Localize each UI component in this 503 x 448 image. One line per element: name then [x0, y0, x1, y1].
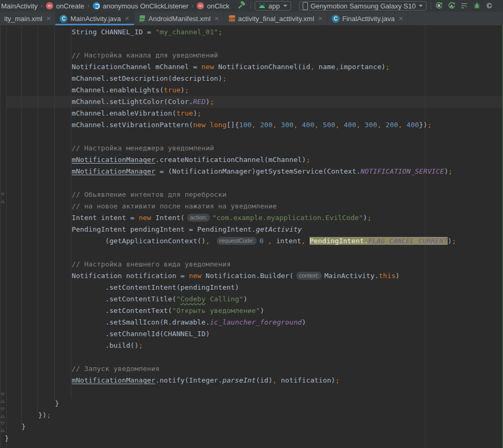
breadcrumb-item[interactable]: anonymous OnClickListener [93, 2, 189, 10]
code-line[interactable]: // Запуск уведомления [5, 363, 456, 375]
code-line[interactable]: .setContentIntent(pendingIntent) [5, 282, 456, 293]
anonymous-class-icon [93, 2, 100, 9]
code-line[interactable] [5, 38, 456, 50]
toolbar-actions: A [435, 2, 494, 9]
close-icon[interactable]: ✕ [318, 15, 323, 22]
tab-label: MainActivity.java [70, 15, 121, 23]
parameter-hint: context: [296, 272, 322, 280]
method-icon: m [46, 2, 53, 9]
code-line[interactable]: mNotificationManager.notify(Integer.pars… [5, 375, 456, 386]
code-line[interactable]: mNotificationManager = (NotificationMana… [5, 166, 456, 177]
code-lines[interactable]: String CHANNEL_ID = "my_channel_01"; // … [5, 26, 456, 444]
profiler-button[interactable] [486, 2, 494, 9]
code-line[interactable]: (getApplicationContext(), requestCode:0 … [5, 235, 456, 247]
indent-guide [1, 25, 1, 448]
parameter-hint: action: [187, 214, 209, 222]
code-line[interactable] [5, 247, 456, 259]
code-line[interactable]: } [5, 421, 456, 433]
device-label: Genymotion Samsung Galaxy S10 [311, 2, 415, 10]
close-icon[interactable]: ✕ [124, 15, 129, 22]
fold-marker-icon[interactable] [0, 421, 5, 433]
breadcrumb-item[interactable]: monClick [197, 2, 229, 10]
tab-label: activity_final_acttivity.xml [238, 15, 314, 23]
parameter-hint: requestCode: [217, 237, 257, 245]
close-icon[interactable]: ✕ [214, 15, 219, 22]
code-line[interactable]: PendingIntent pendingIntent = PendingInt… [5, 224, 456, 235]
debug-button[interactable] [473, 2, 481, 9]
close-icon[interactable]: ✕ [46, 15, 51, 22]
tab-label: FinalActtivity.java [342, 15, 394, 23]
fold-marker-icon[interactable] [0, 192, 5, 204]
toolbar-separator [431, 2, 431, 9]
code-line[interactable]: // Обьявление интентов для переброски [5, 189, 456, 201]
tab-label: AndroidManifest.xml [149, 15, 211, 23]
code-line[interactable]: // Настройка канала для уведомлений [5, 50, 456, 61]
code-line[interactable] [5, 177, 456, 189]
code-line[interactable]: }); [5, 409, 456, 421]
breadcrumb-label: anonymous OnClickListener [103, 2, 189, 10]
run-config-select[interactable]: app [255, 1, 291, 11]
code-line[interactable]: Intent intent = new Intent(action:"com.e… [5, 212, 456, 224]
apply-changes-restart-button[interactable] [435, 2, 443, 9]
breadcrumb-chevron-icon: › [88, 2, 90, 9]
device-select[interactable]: Genymotion Samsung Galaxy S10 [299, 1, 427, 11]
code-line[interactable]: NotificationChannel mChannel = new Notif… [5, 61, 456, 73]
breadcrumb-label: onClick [207, 2, 229, 10]
breadcrumb-label: onCreate [56, 2, 84, 10]
profile-lines-icon [460, 2, 468, 9]
tab-finalacttivity-java[interactable]: CFinalActtivity.java✕ [327, 12, 408, 25]
code-line[interactable]: .setSmallIcon(R.drawable.ic_launcher_for… [5, 317, 456, 328]
code-line[interactable] [5, 131, 456, 142]
code-line[interactable]: mChannel.setLightColor(Color.RED); [5, 96, 456, 108]
code-line[interactable]: // на новое активити после нажатия на ув… [5, 201, 456, 212]
code-line[interactable]: Notification notification = new Notifica… [5, 270, 456, 282]
code-line[interactable]: .setChannelId(CHANNEL_ID) [5, 328, 456, 340]
code-line[interactable]: mChannel.enableVibration(true); [5, 108, 456, 119]
breadcrumb-chevron-icon: › [191, 2, 194, 9]
apply-code-changes-button[interactable]: A [448, 2, 456, 9]
manifest-file-icon: MF [139, 15, 146, 23]
code-editor[interactable]: String CHANNEL_ID = "my_channel_01"; // … [0, 25, 503, 448]
code-line[interactable]: String CHANNEL_ID = "my_channel_01"; [5, 26, 456, 38]
code-line[interactable]: mNotificationManager.createNotificationC… [5, 154, 456, 166]
tab-label: ity_main.xml [4, 15, 42, 23]
code-line[interactable] [5, 386, 456, 398]
chevron-down-icon [419, 5, 423, 7]
chevron-down-icon [283, 5, 287, 7]
apply-changes-icon [435, 2, 443, 9]
build-hammer-button[interactable] [237, 1, 246, 11]
code-line[interactable]: } [5, 433, 456, 444]
code-line[interactable]: .setContentTitle("Codeby Calling") [5, 293, 456, 305]
breadcrumb-item[interactable]: monCreate [46, 2, 84, 10]
code-line[interactable]: .build(); [5, 340, 456, 351]
close-icon[interactable]: ✕ [398, 15, 403, 22]
code-line[interactable]: } [5, 398, 456, 409]
code-line[interactable]: .setContentText("Открыть уведомление") [5, 305, 456, 317]
fold-marker-icon[interactable] [0, 392, 5, 404]
code-line[interactable]: mChannel.setDescription(description); [5, 73, 456, 84]
phone-icon [303, 2, 308, 10]
toolbar-separator [250, 2, 251, 9]
run-config-label: app [268, 2, 280, 10]
editor-tab-bar: ity_main.xml✕CMainActivity.java✕MFAndroi… [0, 12, 503, 25]
code-line[interactable]: // Настройка внешнего вида уведомления [5, 259, 456, 270]
breadcrumb: MainActivity›monCreate›anonymous OnClick… [1, 0, 229, 12]
code-line[interactable] [5, 351, 456, 363]
tab-ity-main-xml[interactable]: ity_main.xml✕ [0, 12, 55, 25]
fold-marker-icon[interactable] [0, 407, 5, 418]
tab-androidmanifest-xml[interactable]: MFAndroidManifest.xml✕ [134, 12, 224, 25]
code-line[interactable]: mChannel.setVibrationPattern(new long[]{… [5, 119, 456, 131]
profiler-icon [486, 2, 494, 9]
hammer-icon [237, 1, 246, 11]
tab-activity-final-acttivity-xml[interactable]: activity_final_acttivity.xml✕ [224, 12, 327, 25]
android-icon [258, 3, 266, 9]
breadcrumb-item[interactable]: MainActivity [1, 2, 37, 10]
tab-mainactivity-java[interactable]: CMainActivity.java✕ [55, 12, 134, 25]
profile-button[interactable] [460, 2, 468, 9]
bug-icon [473, 2, 481, 9]
method-icon: m [197, 2, 204, 9]
xml-file-icon [228, 15, 236, 22]
code-line[interactable]: // Настройка менеджера уведомлений [5, 142, 456, 154]
code-line[interactable]: mChannel.enableLights(true); [5, 84, 456, 96]
breadcrumb-chevron-icon: › [41, 2, 43, 9]
